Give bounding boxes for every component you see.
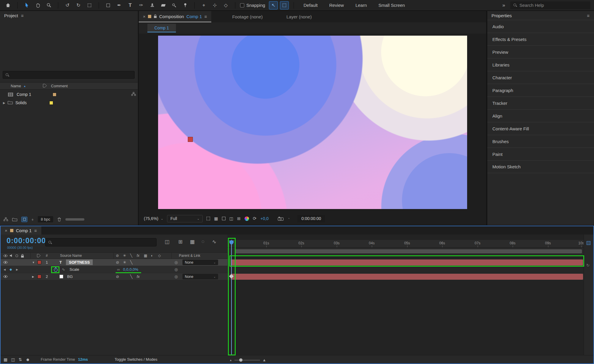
horizontal-scrollbar[interactable] [65,218,84,221]
panel-tab-audio[interactable]: Audio [487,20,594,33]
layer-color-chip[interactable] [37,259,41,266]
flowchart-icon[interactable] [131,92,136,97]
selected-layer-artifact[interactable] [188,137,193,142]
expand-arrow-icon[interactable]: ▶ [3,101,5,105]
help-search-input[interactable]: Search Help [510,1,590,9]
audio-icon[interactable] [10,253,13,259]
mask-visibility-icon[interactable] [222,217,226,220]
reset-exposure-icon[interactable]: ⟳ [253,216,257,221]
panel-tab-brushes[interactable]: Brushes [487,135,594,148]
workspace-tab-small-screen[interactable]: Small Screen [374,3,410,8]
panel-tab-preview[interactable]: Preview [487,45,594,58]
panel-tab-tracker[interactable]: Tracker [487,96,594,109]
guides-icon[interactable]: ◫ [229,216,233,221]
orbit-camera-tool-icon[interactable]: ↻ [74,1,83,10]
panel-tab-motion-sketch[interactable]: Motion Sketch [487,160,594,173]
adjustment-switch-icon[interactable]: ◇ [158,253,161,259]
project-search-input[interactable] [3,71,135,79]
composition-mini-flowchart-icon[interactable]: ◫ [165,239,169,245]
panel-tab-libraries[interactable]: Libraries [487,58,594,71]
clone-stamp-tool-icon[interactable] [148,1,157,10]
eye-icon[interactable] [3,259,8,266]
tab-layer[interactable]: Layer (none) [280,11,318,22]
snapshot-camera-icon[interactable] [278,217,283,221]
panel-tab-paragraph[interactable]: Paragraph [487,84,594,96]
track-row-bg[interactable] [227,273,584,280]
exposure-value[interactable]: +0,0 [260,216,269,221]
toggle-switches-modes-button[interactable]: Toggle Switches / Modes [115,357,157,362]
collapse-arrow-icon[interactable]: ▼ [32,259,35,266]
column-name[interactable]: Name [11,84,21,88]
subtab-comp1[interactable]: Comp 1 [147,24,176,32]
layer-row-bg[interactable]: ▶ 2 BG ⊘ ╲ fx ◎ None⌄ [1,273,227,280]
project-flowchart-icon[interactable] [4,217,8,221]
property-row-scale[interactable]: ◀ ◆ ▶ ∿ Scale ∞ 0,0,0,0% ◎ [1,266,227,273]
time-ruler[interactable]: 01s 02s 03s 04s 05s 06s 07s 08s 09s 10s [227,240,584,248]
channel-color-icon[interactable] [245,216,249,221]
panel-tab-character[interactable]: Character [487,71,594,84]
selection-tool-icon[interactable] [22,1,31,10]
current-timecode[interactable]: 0:00:00:00 [7,236,46,245]
work-area-bar[interactable] [235,249,582,253]
panel-tab-align[interactable]: Align [487,109,594,122]
collapse-switch-icon[interactable]: ✳ [123,253,126,259]
workspace-overflow-button[interactable]: » [502,2,505,8]
timeline-track-area[interactable]: 01s 02s 03s 04s 05s 06s 07s 08s 09s 10s [227,235,584,355]
workspace-tab-default[interactable]: Default [299,3,322,8]
brush-tool-icon[interactable]: ✑ [137,1,146,10]
fx-switch[interactable]: fx [137,273,140,280]
trash-icon[interactable] [57,217,61,221]
layer-name[interactable]: BG [67,273,73,280]
draft-3d-icon[interactable]: ⊞ [178,239,182,245]
layer-duration-bar[interactable] [231,274,583,280]
snap-features-icon[interactable] [280,1,289,10]
layer-name[interactable]: SOFTNESS [66,259,93,265]
type-tool-icon[interactable]: T [126,1,135,10]
fx-switch-icon[interactable]: fx [137,253,139,259]
new-folder-icon[interactable] [12,217,17,221]
comp-marker-bin-icon[interactable] [587,241,590,245]
shy-switch[interactable]: ⊘ [116,259,119,266]
layer-color-chip[interactable] [37,273,41,280]
transform-box-icon[interactable]: ⇅ [18,357,22,362]
close-icon[interactable]: × [143,14,146,19]
pan-behind-tool-icon[interactable] [85,1,94,10]
workspace-tab-review[interactable]: Review [324,3,349,8]
workspace-tab-learn[interactable]: Learn [351,3,371,8]
pick-whip-icon[interactable]: ◎ [174,259,178,266]
properties-panel-menu-icon[interactable]: ≡ [587,13,590,18]
timeline-zoom-widget[interactable]: ▲ ▲ [229,358,266,362]
column-comment[interactable]: Comment [51,84,68,88]
pick-whip-icon[interactable]: ◎ [174,266,178,273]
column-source-name[interactable]: Source Name [60,253,82,259]
parent-dropdown[interactable]: None⌄ [182,274,218,279]
eye-icon[interactable] [3,253,8,259]
column-number[interactable]: # [46,253,48,259]
zoom-slider-track[interactable] [234,360,260,360]
panel-menu-icon[interactable]: ≡ [204,14,207,19]
panel-tab-effects-presets[interactable]: Effects & Presets [487,33,594,45]
add-keyframe-icon[interactable]: ◆ [10,266,12,273]
motion-blur-icon[interactable]: ◌ [201,239,204,245]
scale-value[interactable]: 0,0,0,0% [123,266,138,273]
tab-footage[interactable]: Footage (none) [226,11,269,22]
quality-switch[interactable]: ╲ [130,259,133,266]
shy-switch-icon[interactable]: ⊘ [116,253,119,259]
graph-icon[interactable]: ∿ [62,266,65,273]
layer-row-softness[interactable]: ▼ 1 T SOFTNESS ⊘ ✳ ╲ ◎ None⌄ [1,259,227,266]
composition-viewport[interactable] [158,36,467,209]
panel-tab-content-aware-fill[interactable]: Content-Aware Fill [487,122,594,135]
solo-icon[interactable] [15,253,18,259]
zoom-in-mountain-icon[interactable]: ▲ [262,358,266,362]
refresh-icon[interactable]: ↻ [586,263,590,268]
panel-tab-paint[interactable]: Paint [487,148,594,160]
tab-composition[interactable]: × Composition Comp 1 ≡ [139,11,211,22]
timeline-panel-menu-icon[interactable]: ≡ [34,228,37,233]
previous-keyframe-icon[interactable]: ◀ [4,266,6,273]
project-panel-menu-icon[interactable]: ≡ [21,13,24,18]
track-row-softness[interactable] [227,259,584,266]
expand-arrow-icon[interactable]: ▶ [32,273,34,280]
zoom-tool-icon[interactable] [44,1,53,10]
graph-editor-icon[interactable]: ∿ [212,239,216,245]
shy-switch[interactable]: ⊘ [116,273,119,280]
